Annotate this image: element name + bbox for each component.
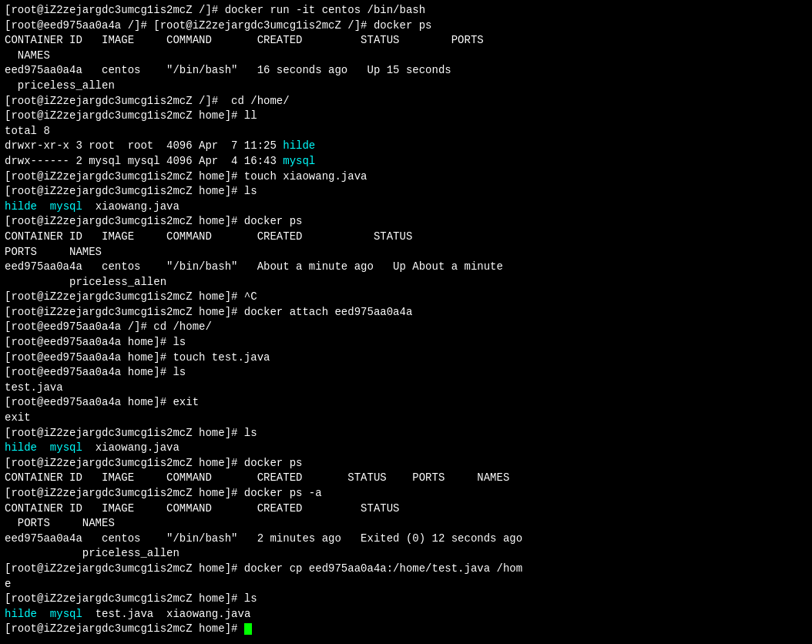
terminal-line: CONTAINER ID IMAGE COMMAND CREATED STATU… (5, 230, 807, 245)
terminal-line: CONTAINER ID IMAGE COMMAND CREATED STATU… (5, 471, 807, 486)
terminal-line: drwx------ 2 mysql mysql 4096 Apr 4 16:4… (5, 154, 807, 169)
terminal-line: PORTS NAMES (5, 245, 807, 260)
terminal-line: eed975aa0a4a centos "/bin/bash" 16 secon… (5, 63, 807, 79)
terminal-line: [root@iZ2zejargdc3umcg1is2mcZ /]# docker… (5, 3, 807, 18)
terminal-line: [root@eed975aa0a4a home]# exit (5, 395, 807, 411)
terminal-line: priceless_allen (5, 79, 807, 94)
terminal-line: [root@iZ2zejargdc3umcg1is2mcZ home]# ll (5, 109, 807, 124)
terminal: [root@iZ2zejargdc3umcg1is2mcZ /]# docker… (5, 3, 807, 637)
terminal-line: [root@eed975aa0a4a /]# cd /home/ (5, 320, 807, 335)
terminal-line: hilde mysql xiaowang.java (5, 441, 807, 456)
terminal-line: eed975aa0a4a centos "/bin/bash" About a … (5, 260, 807, 275)
terminal-line: hilde mysql xiaowang.java (5, 200, 807, 215)
terminal-line: [root@eed975aa0a4a /]# [root@iZ2zejargdc… (5, 18, 807, 34)
terminal-line: [root@eed975aa0a4a home]# ls (5, 365, 807, 381)
terminal-line: [root@eed975aa0a4a home]# touch test.jav… (5, 351, 807, 366)
terminal-line: [root@iZ2zejargdc3umcg1is2mcZ home]# tou… (5, 169, 807, 185)
terminal-line: [root@eed975aa0a4a home]# ls (5, 335, 807, 351)
terminal-line: drwxr-xr-x 3 root root 4096 Apr 7 11:25 … (5, 139, 807, 154)
terminal-line: [root@iZ2zejargdc3umcg1is2mcZ home]# doc… (5, 456, 807, 471)
terminal-line: [root@iZ2zejargdc3umcg1is2mcZ home]# (5, 622, 807, 637)
terminal-line: CONTAINER ID IMAGE COMMAND CREATED STATU… (5, 33, 807, 49)
terminal-line: [root@iZ2zejargdc3umcg1is2mcZ home]# doc… (5, 214, 807, 230)
terminal-line: eed975aa0a4a centos "/bin/bash" 2 minute… (5, 532, 807, 547)
terminal-line: [root@iZ2zejargdc3umcg1is2mcZ home]# ls (5, 592, 807, 607)
terminal-line: [root@iZ2zejargdc3umcg1is2mcZ home]# ls (5, 184, 807, 200)
terminal-line: priceless_allen (5, 275, 807, 290)
terminal-line: [root@iZ2zejargdc3umcg1is2mcZ home]# doc… (5, 305, 807, 320)
terminal-line: [root@iZ2zejargdc3umcg1is2mcZ /]# cd /ho… (5, 94, 807, 109)
terminal-line: e (5, 577, 807, 592)
terminal-line: [root@iZ2zejargdc3umcg1is2mcZ home]# ^C (5, 290, 807, 305)
terminal-line: hilde mysql test.java xiaowang.java (5, 607, 807, 622)
terminal-line: test.java (5, 381, 807, 396)
terminal-line: CONTAINER ID IMAGE COMMAND CREATED STATU… (5, 501, 807, 517)
terminal-line: [root@iZ2zejargdc3umcg1is2mcZ home]# doc… (5, 562, 807, 577)
terminal-line: [root@iZ2zejargdc3umcg1is2mcZ home]# doc… (5, 486, 807, 501)
terminal-line: PORTS NAMES (5, 516, 807, 532)
terminal-line: total 8 (5, 124, 807, 139)
terminal-line: exit (5, 411, 807, 426)
terminal-line: [root@iZ2zejargdc3umcg1is2mcZ home]# ls (5, 426, 807, 441)
terminal-cursor (244, 623, 252, 635)
terminal-line: priceless_allen (5, 546, 807, 562)
terminal-line: NAMES (5, 49, 807, 64)
